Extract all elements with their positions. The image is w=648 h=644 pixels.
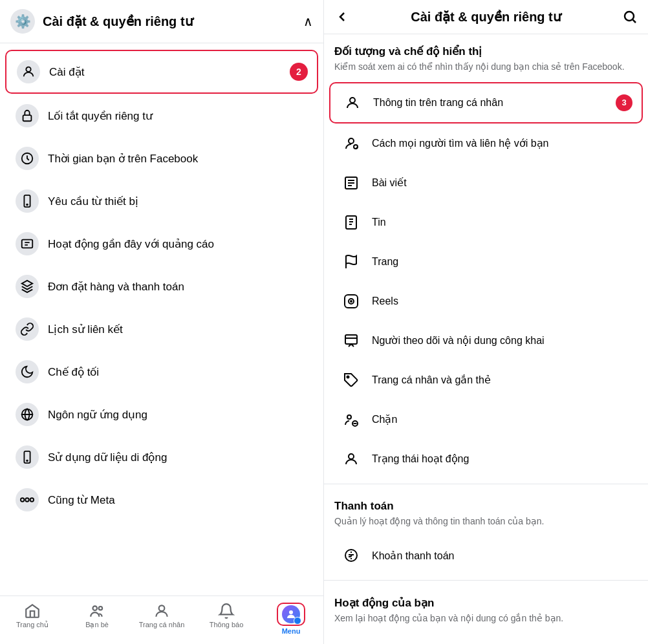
right-item-trang-ca-nhan-gan-the-label: Trang cá nhân và gắn thẻ: [372, 374, 491, 386]
svg-point-15: [289, 610, 293, 614]
section-thanh-toan: Thanh toán Quản lý hoạt động và thông ti…: [324, 489, 648, 575]
right-item-cach-moi-nguoi-label: Cách mọi người tìm và liên hệ với bạn: [372, 137, 548, 149]
section-hoat-dong: Hoạt động của bạn Xem lại hoạt động của …: [324, 586, 648, 633]
section-doi-tuong-desc: Kiểm soát xem ai có thể nhìn thấy nội du…: [324, 61, 648, 81]
menu-item-hoat-dong-label: Hoạt động gần đây với quảng cáo: [48, 237, 214, 251]
payment-icon: [340, 544, 363, 567]
menu-item-lich-su[interactable]: Lịch sử liên kết: [5, 308, 318, 350]
menu-item-yeu-cau[interactable]: Yêu cầu từ thiết bị: [5, 180, 318, 222]
menu-item-cai-dat[interactable]: Cài đặt 2: [5, 50, 318, 94]
block-icon: [340, 408, 363, 431]
right-item-nguoi-theo-doi-label: Người theo dõi và nội dung công khai: [372, 334, 545, 347]
right-item-trang-thai-label: Trạng thái hoạt động: [372, 453, 469, 465]
svg-point-12: [93, 606, 98, 610]
section-doi-tuong-title: Đối tượng và chế độ hiển thị: [324, 34, 648, 61]
story-icon: [340, 211, 363, 234]
menu-item-hoat-dong[interactable]: Hoạt động gần đây với quảng cáo: [5, 223, 318, 264]
meta-icon: [16, 488, 39, 511]
svg-point-18: [349, 138, 354, 144]
right-content: Đối tượng và chế độ hiển thị Kiểm soát x…: [324, 34, 648, 644]
right-item-tin[interactable]: Tin: [329, 203, 643, 242]
right-item-trang-thai[interactable]: Trạng thái hoạt động: [329, 440, 643, 478]
svg-point-30: [349, 454, 354, 459]
menu-item-su-dung[interactable]: Sử dụng dữ liệu di động: [5, 436, 318, 478]
menu-item-loi-tat[interactable]: Lối tắt quyền riêng tư: [5, 95, 318, 136]
nav-trang-chu-label: Trang chủ: [16, 621, 49, 629]
menu-item-don-dat-hang-label: Đơn đặt hàng và thanh toán: [48, 280, 184, 294]
right-header-title: Cài đặt & quyền riêng tư: [350, 9, 622, 25]
menu-item-che-do-toi-label: Chế độ tối: [48, 365, 99, 379]
tag-person-icon: [340, 369, 363, 392]
tag-icon: [16, 275, 39, 298]
flag-icon: [340, 250, 363, 274]
left-menu-list: Cài đặt 2 Lối tắt quyền riêng tư Thời gi…: [0, 43, 323, 596]
svg-point-0: [26, 67, 30, 72]
menu-item-thoi-gian[interactable]: Thời gian bạn ở trên Facebook: [5, 138, 318, 179]
nav-ban-be[interactable]: Bạn bè: [65, 600, 129, 638]
svg-point-11: [30, 498, 34, 502]
right-item-chan-label: Chặn: [372, 413, 397, 425]
link-icon: [16, 317, 39, 341]
menu-item-cung-tu-meta[interactable]: Cũng từ Meta: [5, 479, 318, 521]
svg-rect-5: [22, 240, 33, 248]
menu-item-su-dung-label: Sử dụng dữ liệu di động: [48, 451, 167, 464]
section-hoat-dong-desc: Xem lại hoạt động của bạn và nội dung có…: [324, 612, 648, 633]
right-item-thong-tin[interactable]: Thông tin trên trang cá nhân 3: [329, 82, 643, 123]
right-panel: Cài đặt & quyền riêng tư Đối tượng và ch…: [324, 0, 648, 644]
friends-icon: [89, 603, 105, 619]
back-icon[interactable]: [334, 9, 350, 25]
menu-item-che-do-toi[interactable]: Chế độ tối: [5, 351, 318, 392]
svg-point-4: [27, 204, 28, 206]
nav-trang-ca-nhan-label: Trang cá nhân: [139, 621, 185, 628]
avatar-badge: [294, 617, 301, 625]
followers-icon: [340, 329, 363, 352]
lock-icon: [16, 104, 39, 127]
mobile-icon: [16, 445, 39, 469]
search-icon[interactable]: [622, 9, 638, 25]
person-icon: [17, 60, 40, 83]
right-item-bai-viet[interactable]: Bài viết: [329, 164, 643, 202]
right-item-trang[interactable]: Trang: [329, 242, 643, 281]
svg-rect-1: [23, 115, 32, 121]
right-header: Cài đặt & quyền riêng tư: [324, 0, 648, 34]
right-item-cach-moi-nguoi[interactable]: Cách mọi người tìm và liên hệ với bạn: [329, 124, 643, 163]
right-item-nguoi-theo-doi[interactable]: Người theo dõi và nội dung công khai: [329, 321, 643, 360]
menu-nav-icon-box: [277, 603, 305, 626]
ad-icon: [16, 232, 39, 255]
section-thanh-toan-title: Thanh toán: [324, 489, 648, 515]
chevron-up-icon[interactable]: ∧: [303, 14, 313, 29]
svg-point-9: [25, 498, 29, 502]
moon-icon: [16, 360, 39, 383]
nav-menu-label: Menu: [282, 627, 301, 635]
post-icon: [340, 171, 363, 195]
menu-item-loi-tat-label: Lối tắt quyền riêng tư: [48, 109, 153, 123]
menu-item-ngon-ngu-label: Ngôn ngữ ứng dụng: [48, 408, 147, 422]
clock-icon: [16, 147, 39, 170]
nav-menu[interactable]: Menu: [259, 600, 323, 638]
nav-trang-chu[interactable]: Trang chủ: [0, 600, 65, 638]
left-bottom-nav: Trang chủ Bạn bè Trang cá nhân Thông báo…: [0, 596, 323, 644]
menu-item-cung-tu-meta-label: Cũng từ Meta: [48, 493, 115, 507]
nav-ban-be-label: Bạn bè: [85, 621, 109, 629]
svg-point-27: [347, 376, 349, 378]
right-item-khoan-thanh-toan[interactable]: Khoản thanh toán: [329, 536, 643, 575]
menu-item-don-dat-hang[interactable]: Đơn đặt hàng và thanh toán: [5, 266, 318, 307]
svg-point-13: [99, 606, 102, 610]
right-item-chan[interactable]: Chặn: [329, 400, 643, 439]
svg-rect-26: [345, 335, 357, 344]
nav-thong-bao[interactable]: Thông báo: [194, 600, 259, 638]
left-header-title: Cài đặt & quyền riêng tư: [43, 14, 193, 29]
nav-trang-ca-nhan[interactable]: Trang cá nhân: [129, 600, 194, 638]
left-panel: ⚙️ Cài đặt & quyền riêng tư ∧ Cài đặt 2 …: [0, 0, 324, 644]
home-icon: [24, 603, 41, 619]
left-header: ⚙️ Cài đặt & quyền riêng tư ∧: [0, 0, 323, 43]
gear-icon: ⚙️: [10, 9, 35, 34]
menu-item-ngon-ngu[interactable]: Ngôn ngữ ứng dụng: [5, 394, 318, 435]
section-hoat-dong-title: Hoạt động của bạn: [324, 586, 648, 612]
thong-tin-badge: 3: [616, 94, 632, 111]
right-item-reels[interactable]: Reels: [329, 282, 643, 321]
profile-right-icon: [341, 91, 364, 114]
bell-icon: [218, 603, 235, 619]
right-item-trang-ca-nhan-gan-the[interactable]: Trang cá nhân và gắn thẻ: [329, 361, 643, 400]
right-item-trang-label: Trang: [372, 256, 398, 268]
